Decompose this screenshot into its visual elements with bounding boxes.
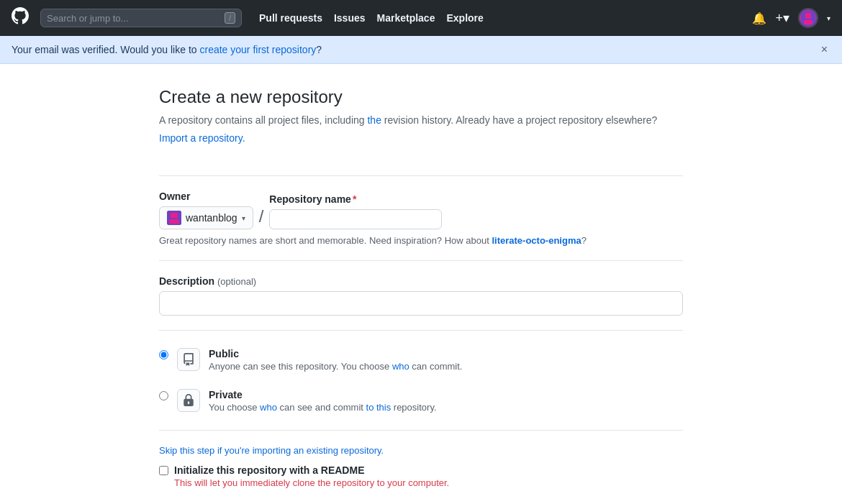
owner-avatar bbox=[167, 211, 181, 225]
slash-separator: / bbox=[259, 206, 264, 226]
divider-3 bbox=[159, 330, 683, 331]
banner-message: Your email was verified. Would you like … bbox=[12, 44, 322, 55]
required-marker: * bbox=[353, 193, 356, 205]
divider-4 bbox=[159, 430, 683, 431]
navbar: / Pull requests Issues Marketplace Explo… bbox=[0, 0, 842, 36]
svg-rect-4 bbox=[171, 213, 178, 218]
page-description: A repository contains all project files,… bbox=[159, 113, 683, 128]
owner-dropdown[interactable]: wantanblog ▾ bbox=[159, 206, 253, 229]
suggestion-text: Great repository names are short and mem… bbox=[159, 235, 683, 246]
avatar-initials bbox=[800, 9, 817, 27]
divider-2 bbox=[159, 260, 683, 261]
search-bar[interactable]: / bbox=[40, 9, 242, 27]
repo-name-input[interactable] bbox=[269, 209, 442, 229]
owner-repo-row: Owner wantanblog ▾ / Repository name* bbox=[159, 191, 683, 229]
search-kbd: / bbox=[225, 12, 235, 24]
init-readme-description: This will let you immediately clone the … bbox=[174, 477, 449, 488]
init-readme-checkbox[interactable] bbox=[159, 466, 168, 475]
init-readme-option: Initialize this repository with a README… bbox=[159, 464, 683, 488]
banner-link[interactable]: create your first repository bbox=[199, 44, 316, 55]
private-radio[interactable] bbox=[159, 391, 168, 400]
notification-banner: Your email was verified. Would you like … bbox=[0, 36, 842, 64]
owner-group: Owner wantanblog ▾ bbox=[159, 191, 253, 229]
private-who-link[interactable]: who bbox=[260, 402, 277, 413]
main-nav: Pull requests Issues Marketplace Explore bbox=[259, 12, 484, 24]
description-group: Description (optional) bbox=[159, 275, 683, 316]
init-section: Skip this step if you're importing an ex… bbox=[159, 445, 683, 488]
user-avatar-button[interactable] bbox=[798, 8, 818, 28]
main-content: Create a new repository A repository con… bbox=[148, 64, 694, 504]
nav-pull-requests[interactable]: Pull requests bbox=[259, 12, 322, 24]
github-logo[interactable] bbox=[12, 7, 29, 29]
notification-icon[interactable]: 🔔 bbox=[752, 12, 766, 25]
init-readme-text: Initialize this repository with a README… bbox=[174, 464, 449, 488]
navbar-right: 🔔 +▾ ▾ bbox=[752, 8, 830, 28]
private-icon bbox=[177, 389, 200, 412]
public-description: Anyone can see this repository. You choo… bbox=[209, 361, 462, 372]
repo-name-group: Repository name* bbox=[269, 193, 442, 229]
search-input[interactable] bbox=[47, 13, 219, 24]
svg-rect-1 bbox=[805, 13, 811, 19]
private-label: Private bbox=[209, 389, 437, 400]
private-description: You choose who can see and commit to thi… bbox=[209, 402, 437, 413]
public-label: Public bbox=[209, 348, 462, 359]
plus-icon[interactable]: +▾ bbox=[775, 10, 789, 26]
banner-close-button[interactable]: × bbox=[818, 43, 830, 56]
nav-issues[interactable]: Issues bbox=[334, 12, 366, 24]
svg-rect-5 bbox=[169, 219, 179, 224]
nav-explore[interactable]: Explore bbox=[446, 12, 483, 24]
avatar-caret[interactable]: ▾ bbox=[827, 14, 830, 22]
private-to-this-link[interactable]: to this bbox=[366, 402, 391, 413]
description-input[interactable] bbox=[159, 291, 683, 316]
init-readme-label: Initialize this repository with a README bbox=[174, 464, 449, 476]
page-title: Create a new repository bbox=[159, 87, 683, 107]
private-option: Private You choose who can see and commi… bbox=[159, 386, 683, 416]
divider-1 bbox=[159, 175, 683, 176]
suggestion-link[interactable]: literate-octo-enigma bbox=[492, 235, 581, 246]
public-radio[interactable] bbox=[159, 350, 168, 359]
private-text: Private You choose who can see and commi… bbox=[209, 389, 437, 413]
suggestion-name: literate-octo-enigma bbox=[492, 235, 581, 246]
dropdown-caret-icon: ▾ bbox=[242, 214, 245, 222]
description-label: Description (optional) bbox=[159, 275, 683, 287]
public-icon bbox=[177, 348, 200, 371]
skip-text: Skip this step if you're importing an ex… bbox=[159, 445, 683, 456]
owner-label: Owner bbox=[159, 191, 253, 202]
public-who-link[interactable]: who bbox=[392, 361, 409, 372]
public-text: Public Anyone can see this repository. Y… bbox=[209, 348, 462, 372]
svg-rect-2 bbox=[804, 20, 812, 24]
public-option: Public Anyone can see this repository. Y… bbox=[159, 345, 683, 375]
history-link[interactable]: the bbox=[367, 114, 381, 126]
import-link[interactable]: Import a repository. bbox=[159, 132, 245, 144]
owner-name: wantanblog bbox=[186, 212, 237, 224]
nav-marketplace[interactable]: Marketplace bbox=[377, 12, 435, 24]
repo-name-label: Repository name* bbox=[269, 193, 442, 205]
